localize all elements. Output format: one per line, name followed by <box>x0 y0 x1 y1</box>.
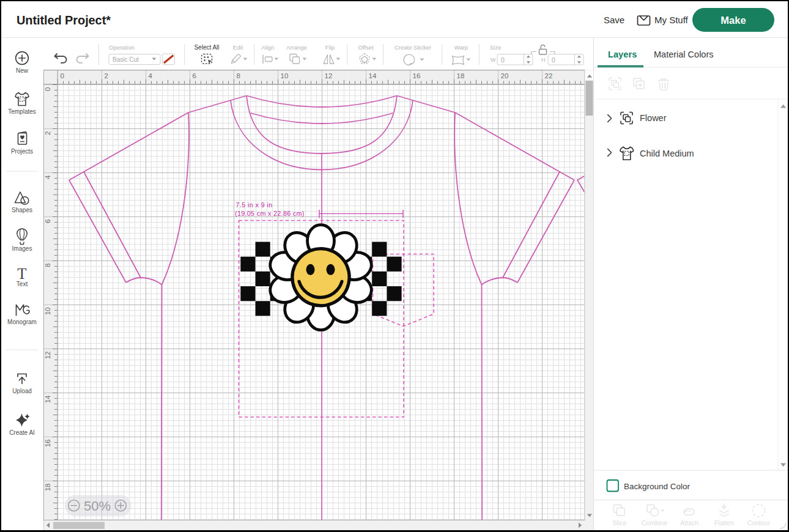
svg-text:2: 2 <box>44 131 51 135</box>
svg-text:10: 10 <box>44 308 51 316</box>
svg-text:W: W <box>491 57 496 63</box>
svg-text:Contour: Contour <box>747 519 771 526</box>
svg-text:Projects: Projects <box>11 148 33 155</box>
svg-text:(19.05 cm x 22.86 cm): (19.05 cm x 22.86 cm) <box>235 210 305 217</box>
svg-text:Slice: Slice <box>613 519 627 526</box>
svg-text:Save: Save <box>604 15 624 25</box>
svg-text:0: 0 <box>501 56 505 64</box>
svg-text:Images: Images <box>12 245 32 252</box>
svg-text:Upload: Upload <box>12 388 32 394</box>
svg-text:12: 12 <box>325 72 333 79</box>
svg-text:Shapes: Shapes <box>12 207 32 213</box>
svg-text:2: 2 <box>105 72 108 79</box>
svg-text:Templates: Templates <box>8 108 36 115</box>
svg-text:0: 0 <box>61 72 64 79</box>
svg-text:Flip: Flip <box>325 44 335 51</box>
svg-text:Align: Align <box>261 44 274 51</box>
svg-text:Offset: Offset <box>358 44 374 51</box>
svg-text:16: 16 <box>413 72 421 79</box>
svg-text:Untitled Project*: Untitled Project* <box>17 13 111 27</box>
svg-text:Make: Make <box>720 15 746 26</box>
svg-text:Combine: Combine <box>642 519 667 526</box>
svg-text:22: 22 <box>545 72 553 79</box>
svg-text:H: H <box>541 57 546 63</box>
svg-text:50%: 50% <box>84 498 111 514</box>
svg-text:Operation: Operation <box>109 44 135 51</box>
svg-text:Arrange: Arrange <box>286 44 307 51</box>
svg-text:Create AI: Create AI <box>9 429 35 436</box>
svg-text:12: 12 <box>44 352 51 360</box>
svg-text:18: 18 <box>457 72 465 79</box>
svg-text:Select All: Select All <box>194 44 219 51</box>
svg-text:New: New <box>16 67 29 74</box>
svg-text:4: 4 <box>149 72 153 79</box>
svg-text:Monogram: Monogram <box>7 319 37 325</box>
svg-text:Size: Size <box>490 44 501 51</box>
svg-text:14: 14 <box>369 72 377 79</box>
svg-text:8: 8 <box>44 264 51 267</box>
svg-text:0: 0 <box>44 87 51 91</box>
svg-text:Background Color: Background Color <box>624 482 691 491</box>
svg-text:20: 20 <box>501 72 509 79</box>
svg-text:4: 4 <box>44 175 51 179</box>
svg-text:Layers: Layers <box>608 50 637 59</box>
svg-text:6: 6 <box>193 72 196 79</box>
svg-text:T: T <box>17 265 26 282</box>
svg-text:Flatten: Flatten <box>714 519 734 526</box>
svg-text:Create Sticker: Create Sticker <box>394 44 431 51</box>
svg-text:7.5 in x 9 in: 7.5 in x 9 in <box>236 201 273 209</box>
svg-text:8: 8 <box>237 72 240 79</box>
svg-text:Warp: Warp <box>454 44 468 51</box>
svg-text:10: 10 <box>281 72 289 79</box>
svg-text:18: 18 <box>44 484 51 492</box>
svg-text:6: 6 <box>44 220 51 223</box>
svg-text:Text: Text <box>17 281 28 287</box>
svg-text:Child Medium: Child Medium <box>640 149 694 158</box>
svg-text:16: 16 <box>44 440 51 448</box>
svg-text:Flower: Flower <box>640 113 667 123</box>
svg-text:My Stuff: My Stuff <box>654 15 689 25</box>
svg-text:Material Colors: Material Colors <box>654 50 714 59</box>
svg-text:0: 0 <box>552 56 555 64</box>
svg-text:Edit: Edit <box>233 44 243 51</box>
svg-text:Basic Cut: Basic Cut <box>113 56 139 63</box>
svg-text:14: 14 <box>44 395 51 403</box>
svg-text:Attach: Attach <box>680 519 698 526</box>
